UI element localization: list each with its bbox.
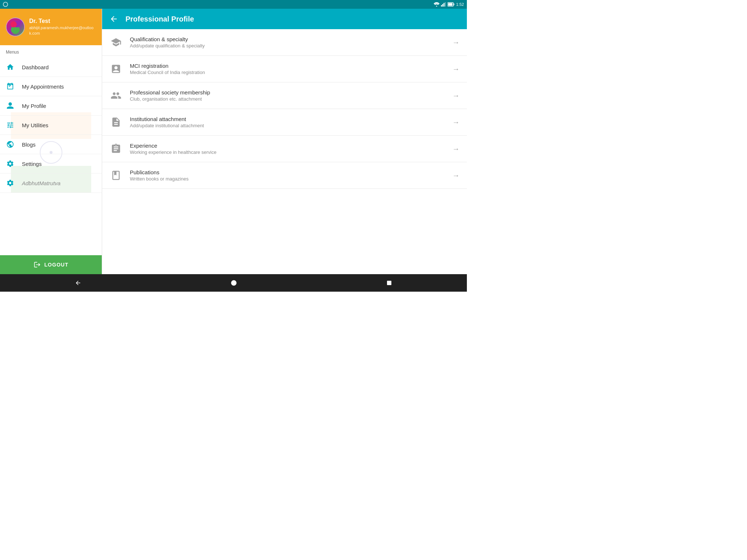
signal-icon (441, 2, 446, 7)
status-bar: 1:52 (0, 0, 467, 9)
bottom-nav (0, 274, 467, 292)
nav-home-circle-icon (231, 280, 237, 286)
profile-item-qualification-text: Qualification & specialty Add/update qua… (130, 36, 445, 48)
clipboard-icon (109, 142, 123, 155)
sidebar-item-dashboard[interactable]: Dashboard (0, 58, 102, 77)
experience-arrow-icon: → (452, 145, 460, 153)
user-name: Dr. Test (29, 18, 96, 24)
adbhut-settings-icon (6, 179, 15, 187)
profile-item-society-title: Professional society membership (130, 89, 445, 96)
profile-item-mci-title: MCI registration (130, 63, 445, 69)
user-info: Dr. Test abhijit.paramesh.mukherjee@outl… (29, 18, 96, 36)
sidebar-item-my-utilities[interactable]: My Utilities (0, 116, 102, 135)
settings-icon (6, 159, 15, 168)
profile-item-experience-subtitle: Working experience in healthcare service (130, 149, 445, 155)
svg-rect-6 (453, 4, 454, 5)
sidebar-item-my-profile-label: My Profile (22, 103, 46, 109)
sidebar-item-blogs-label: Blogs (22, 141, 36, 148)
profile-item-qualification-title: Qualification & specialty (130, 36, 445, 42)
profile-item-publications[interactable]: Publications Written books or magazines … (102, 162, 467, 189)
profile-item-professional-society[interactable]: Professional society membership Club, or… (102, 82, 467, 109)
app-bar: Professional Profile (102, 9, 467, 29)
svg-rect-4 (445, 2, 446, 7)
svg-rect-3 (444, 3, 445, 7)
main-content: Professional Profile Qualification & spe… (102, 9, 467, 274)
sidebar-item-adbhut-matrutva[interactable]: AdbhutMatrutva (0, 174, 102, 193)
sidebar-item-my-profile[interactable]: My Profile (0, 96, 102, 116)
sidebar-item-adbhut-matrutva-label: AdbhutMatrutva (22, 180, 61, 186)
logout-label: LOGOUT (44, 262, 69, 268)
sidebar-item-my-utilities-label: My Utilities (22, 122, 49, 128)
profile-item-institutional-subtitle: Add/update institutional attachment (130, 123, 445, 128)
file-icon (109, 116, 123, 129)
profile-item-mci-registration[interactable]: MCI registration Medical Council of Indi… (102, 56, 467, 82)
profile-item-mci-text: MCI registration Medical Council of Indi… (130, 63, 445, 75)
profile-item-experience-title: Experience (130, 143, 445, 149)
status-bar-right: 1:52 (434, 2, 464, 7)
svg-rect-2 (442, 4, 443, 7)
document-list-icon (109, 62, 123, 75)
back-arrow-icon (109, 15, 118, 23)
book-icon (109, 169, 123, 182)
profile-item-institutional-text: Institutional attachment Add/update inst… (130, 116, 445, 128)
profile-item-institutional-attachment[interactable]: Institutional attachment Add/update inst… (102, 109, 467, 136)
profile-item-qualification-subtitle: Add/update qualification & specialty (130, 43, 445, 48)
time-display: 1:52 (456, 2, 464, 7)
profile-item-society-subtitle: Club, organisation etc. attachment (130, 96, 445, 102)
wifi-icon (434, 2, 440, 7)
sliders-icon (6, 121, 15, 129)
group-icon (109, 89, 123, 102)
publications-arrow-icon: → (452, 171, 460, 180)
app-container: Dr. Test abhijit.paramesh.mukherjee@outl… (0, 9, 467, 274)
sidebar-item-blogs[interactable]: Blogs (0, 135, 102, 154)
avatar (6, 18, 25, 36)
svg-point-13 (231, 280, 236, 286)
user-email: abhijit.paramesh.mukherjee@outlook.com (29, 25, 96, 36)
sidebar-item-my-appointments[interactable]: My Appointments (0, 77, 102, 96)
graduation-icon (109, 36, 123, 49)
avatar-image (7, 18, 24, 36)
logout-icon (34, 261, 41, 268)
nav-back-button[interactable] (66, 277, 90, 289)
profile-item-institutional-title: Institutional attachment (130, 116, 445, 122)
profile-list: Qualification & specialty Add/update qua… (102, 29, 467, 274)
profile-item-qualification[interactable]: Qualification & specialty Add/update qua… (102, 29, 467, 56)
profile-item-publications-title: Publications (130, 169, 445, 175)
sidebar-header: Dr. Test abhijit.paramesh.mukherjee@outl… (0, 9, 102, 45)
svg-rect-14 (387, 281, 391, 285)
nav-list: Dashboard My Appointments My Profi (0, 58, 102, 193)
nav-home-button[interactable] (222, 277, 246, 289)
menus-label: Menus (0, 45, 102, 58)
back-button[interactable] (108, 13, 120, 25)
sidebar-item-my-appointments-label: My Appointments (22, 83, 64, 90)
profile-item-mci-subtitle: Medical Council of India registration (130, 70, 445, 75)
battery-icon (448, 2, 455, 7)
svg-point-0 (436, 6, 437, 7)
profile-item-society-text: Professional society membership Club, or… (130, 89, 445, 102)
mci-arrow-icon: → (452, 65, 460, 73)
status-circle-icon (3, 2, 8, 7)
person-icon (6, 101, 15, 110)
nav-recent-square-icon (386, 280, 392, 286)
profile-item-experience-text: Experience Working experience in healthc… (130, 143, 445, 155)
qualification-arrow-icon: → (452, 38, 460, 47)
institutional-arrow-icon: → (452, 118, 460, 127)
society-arrow-icon: → (452, 92, 460, 100)
svg-rect-7 (448, 3, 452, 6)
calendar-check-icon (6, 82, 15, 91)
globe-icon (6, 140, 15, 149)
sidebar-item-settings-label: Settings (22, 161, 42, 167)
nav-recent-button[interactable] (378, 277, 401, 289)
profile-item-publications-text: Publications Written books or magazines (130, 169, 445, 182)
logout-button[interactable]: LOGOUT (0, 255, 102, 274)
profile-item-publications-subtitle: Written books or magazines (130, 176, 445, 182)
svg-rect-1 (441, 5, 442, 7)
home-icon (6, 63, 15, 71)
profile-item-experience[interactable]: Experience Working experience in healthc… (102, 136, 467, 162)
status-bar-left (3, 2, 8, 7)
sidebar: Dr. Test abhijit.paramesh.mukherjee@outl… (0, 9, 102, 274)
sidebar-item-settings[interactable]: Settings (0, 154, 102, 174)
sidebar-item-dashboard-label: Dashboard (22, 64, 49, 70)
nav-back-icon (75, 280, 81, 286)
app-bar-title: Professional Profile (125, 15, 194, 23)
